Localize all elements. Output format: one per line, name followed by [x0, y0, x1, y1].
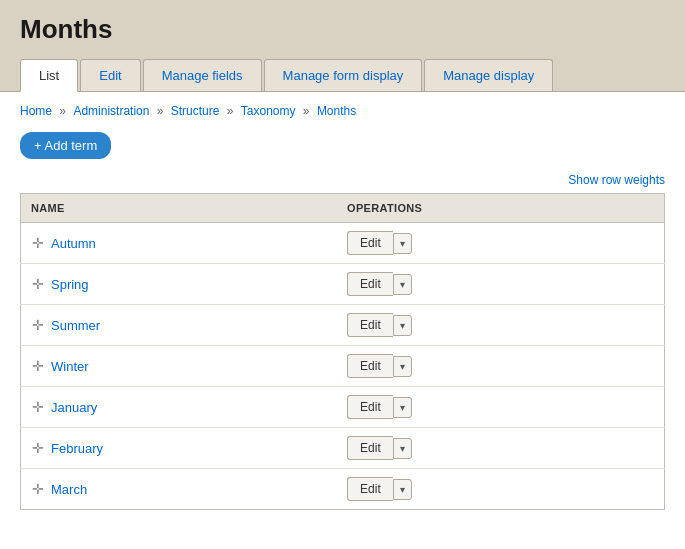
term-link[interactable]: Summer — [51, 318, 100, 333]
term-name-cell: ✛ Autumn — [21, 223, 338, 264]
drag-handle-icon[interactable]: ✛ — [31, 481, 45, 497]
tab-edit[interactable]: Edit — [80, 59, 140, 91]
edit-button[interactable]: Edit — [347, 272, 393, 296]
term-name-cell: ✛ February — [21, 428, 338, 469]
drag-handle-icon[interactable]: ✛ — [31, 358, 45, 374]
term-name-cell: ✛ Spring — [21, 264, 338, 305]
table-row: ✛ February Edit ▾ — [21, 428, 665, 469]
term-operations-cell: Edit ▾ — [337, 346, 664, 387]
term-link[interactable]: Spring — [51, 277, 89, 292]
edit-btn-group: Edit ▾ — [347, 436, 654, 460]
table-row: ✛ Autumn Edit ▾ — [21, 223, 665, 264]
dropdown-button[interactable]: ▾ — [393, 315, 412, 336]
edit-btn-group: Edit ▾ — [347, 231, 654, 255]
show-row-weights-link[interactable]: Show row weights — [568, 173, 665, 187]
edit-btn-group: Edit ▾ — [347, 477, 654, 501]
tab-bar: List Edit Manage fields Manage form disp… — [20, 59, 665, 91]
term-operations-cell: Edit ▾ — [337, 428, 664, 469]
main-content: Home » Administration » Structure » Taxo… — [0, 91, 685, 549]
table-row: ✛ Winter Edit ▾ — [21, 346, 665, 387]
page-header: Months List Edit Manage fields Manage fo… — [0, 0, 685, 91]
edit-button[interactable]: Edit — [347, 477, 393, 501]
tab-manage-fields[interactable]: Manage fields — [143, 59, 262, 91]
term-name-cell: ✛ March — [21, 469, 338, 510]
tab-list[interactable]: List — [20, 59, 78, 92]
tab-manage-form-display[interactable]: Manage form display — [264, 59, 423, 91]
breadcrumb-sep-1: » — [59, 104, 69, 118]
term-link[interactable]: January — [51, 400, 97, 415]
terms-table: NAME OPERATIONS ✛ Autumn Edit ▾ ✛ Spring… — [20, 193, 665, 510]
term-name-cell: ✛ January — [21, 387, 338, 428]
term-operations-cell: Edit ▾ — [337, 264, 664, 305]
breadcrumb-months[interactable]: Months — [317, 104, 356, 118]
dropdown-button[interactable]: ▾ — [393, 479, 412, 500]
term-operations-cell: Edit ▾ — [337, 223, 664, 264]
dropdown-button[interactable]: ▾ — [393, 233, 412, 254]
breadcrumb-home[interactable]: Home — [20, 104, 52, 118]
breadcrumb-sep-3: » — [227, 104, 237, 118]
term-link[interactable]: Autumn — [51, 236, 96, 251]
drag-handle-icon[interactable]: ✛ — [31, 235, 45, 251]
col-name-header: NAME — [21, 194, 338, 223]
table-header: NAME OPERATIONS — [21, 194, 665, 223]
term-link[interactable]: March — [51, 482, 87, 497]
page-title: Months — [20, 14, 665, 45]
table-row: ✛ Spring Edit ▾ — [21, 264, 665, 305]
add-term-button[interactable]: + Add term — [20, 132, 111, 159]
tab-manage-display[interactable]: Manage display — [424, 59, 553, 91]
term-link[interactable]: February — [51, 441, 103, 456]
drag-handle-icon[interactable]: ✛ — [31, 276, 45, 292]
edit-button[interactable]: Edit — [347, 313, 393, 337]
term-operations-cell: Edit ▾ — [337, 305, 664, 346]
table-row: ✛ March Edit ▾ — [21, 469, 665, 510]
edit-btn-group: Edit ▾ — [347, 272, 654, 296]
table-row: ✛ January Edit ▾ — [21, 387, 665, 428]
term-operations-cell: Edit ▾ — [337, 469, 664, 510]
term-link[interactable]: Winter — [51, 359, 89, 374]
edit-button[interactable]: Edit — [347, 231, 393, 255]
show-row-weights-container: Show row weights — [20, 173, 665, 187]
breadcrumb-structure[interactable]: Structure — [171, 104, 220, 118]
edit-btn-group: Edit ▾ — [347, 395, 654, 419]
edit-btn-group: Edit ▾ — [347, 313, 654, 337]
breadcrumb-taxonomy[interactable]: Taxonomy — [241, 104, 296, 118]
drag-handle-icon[interactable]: ✛ — [31, 317, 45, 333]
table-row: ✛ Summer Edit ▾ — [21, 305, 665, 346]
breadcrumb-sep-2: » — [157, 104, 167, 118]
dropdown-button[interactable]: ▾ — [393, 274, 412, 295]
edit-button[interactable]: Edit — [347, 395, 393, 419]
breadcrumb: Home » Administration » Structure » Taxo… — [20, 104, 665, 118]
drag-handle-icon[interactable]: ✛ — [31, 440, 45, 456]
edit-button[interactable]: Edit — [347, 354, 393, 378]
drag-handle-icon[interactable]: ✛ — [31, 399, 45, 415]
edit-button[interactable]: Edit — [347, 436, 393, 460]
breadcrumb-sep-4: » — [303, 104, 313, 118]
breadcrumb-administration[interactable]: Administration — [73, 104, 149, 118]
term-operations-cell: Edit ▾ — [337, 387, 664, 428]
term-name-cell: ✛ Winter — [21, 346, 338, 387]
dropdown-button[interactable]: ▾ — [393, 438, 412, 459]
dropdown-button[interactable]: ▾ — [393, 356, 412, 377]
table-header-row: NAME OPERATIONS — [21, 194, 665, 223]
edit-btn-group: Edit ▾ — [347, 354, 654, 378]
dropdown-button[interactable]: ▾ — [393, 397, 412, 418]
term-name-cell: ✛ Summer — [21, 305, 338, 346]
table-body: ✛ Autumn Edit ▾ ✛ Spring Edit ▾ ✛ Summer — [21, 223, 665, 510]
col-operations-header: OPERATIONS — [337, 194, 664, 223]
